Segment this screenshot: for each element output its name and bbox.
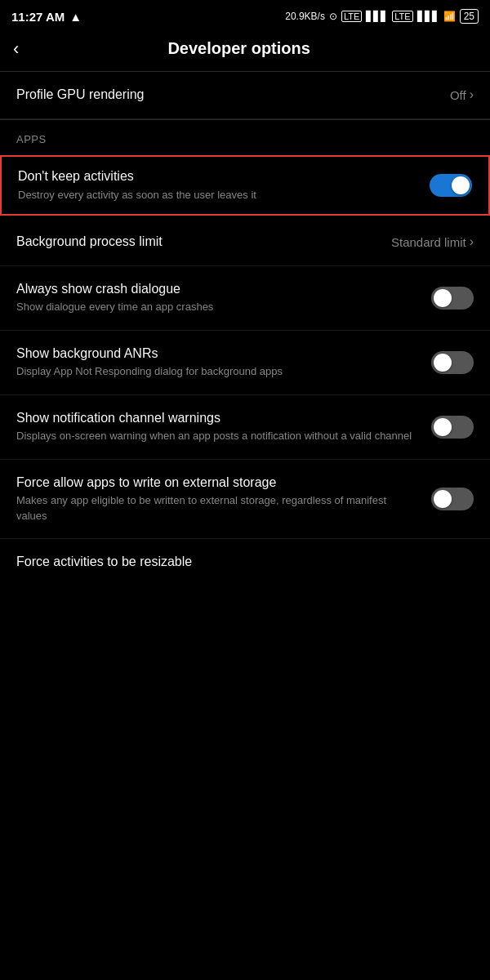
force-allow-external-storage-subtitle: Makes any app eligible to be written to … bbox=[16, 493, 418, 523]
back-button[interactable]: ‹ bbox=[13, 40, 19, 58]
profile-gpu-row[interactable]: Profile GPU rendering Off › bbox=[0, 72, 490, 119]
force-activities-resizable-title: Force activities to be resizable bbox=[16, 554, 461, 571]
profile-gpu-title: Profile GPU rendering bbox=[16, 87, 437, 104]
signal-bars-1: ▋▋▋ bbox=[366, 11, 388, 22]
header: ‹ Developer options bbox=[0, 29, 490, 71]
force-activities-resizable-text: Force activities to be resizable bbox=[16, 554, 461, 571]
page-title: Developer options bbox=[29, 39, 449, 58]
time-display: 11:27 AM bbox=[11, 10, 65, 24]
dont-keep-activities-text: Don't keep activities Destroy every acti… bbox=[18, 168, 416, 203]
profile-gpu-value: Off bbox=[450, 88, 466, 102]
profile-gpu-value-container: Off › bbox=[450, 87, 474, 102]
background-process-limit-chevron: › bbox=[470, 234, 474, 249]
battery-icon: 25 bbox=[460, 9, 479, 24]
warning-icon: ▲ bbox=[69, 10, 82, 24]
show-notification-channel-warnings-subtitle: Displays on-screen warning when an app p… bbox=[16, 429, 418, 443]
background-process-limit-title: Background process limit bbox=[16, 234, 378, 251]
toggle-thumb bbox=[434, 289, 452, 307]
background-process-limit-row[interactable]: Background process limit Standard limit … bbox=[0, 219, 490, 266]
toggle-thumb bbox=[434, 490, 452, 508]
show-notification-channel-warnings-title: Show notification channel warnings bbox=[16, 410, 418, 427]
lte-icon: LTE bbox=[341, 11, 362, 22]
force-allow-external-storage-title: Force allow apps to write on external st… bbox=[16, 474, 418, 492]
profile-gpu-chevron: › bbox=[470, 87, 474, 102]
show-notification-channel-warnings-row[interactable]: Show notification channel warnings Displ… bbox=[0, 395, 490, 460]
toggle-thumb bbox=[434, 354, 452, 372]
show-background-anrs-title: Show background ANRs bbox=[16, 345, 418, 363]
toggle-thumb bbox=[434, 418, 452, 436]
always-show-crash-text: Always show crash dialogue Show dialogue… bbox=[16, 281, 418, 315]
force-allow-external-storage-toggle[interactable] bbox=[431, 488, 474, 510]
show-background-anrs-text: Show background ANRs Display App Not Res… bbox=[16, 345, 418, 380]
show-background-anrs-subtitle: Display App Not Responding dialog for ba… bbox=[16, 364, 418, 379]
show-notification-channel-warnings-text: Show notification channel warnings Displ… bbox=[16, 410, 418, 444]
force-allow-external-storage-text: Force allow apps to write on external st… bbox=[16, 474, 418, 523]
always-show-crash-title: Always show crash dialogue bbox=[16, 281, 418, 298]
dont-keep-activities-row[interactable]: Don't keep activities Destroy every acti… bbox=[0, 155, 490, 216]
background-process-limit-value-container: Standard limit › bbox=[391, 234, 474, 249]
dont-keep-activities-subtitle: Destroy every activity as soon as the us… bbox=[18, 188, 416, 203]
always-show-crash-toggle[interactable] bbox=[431, 287, 474, 310]
network-speed: 20.9KB/s bbox=[285, 11, 325, 22]
background-process-limit-value: Standard limit bbox=[391, 235, 466, 249]
wifi-icon: 📶 bbox=[443, 11, 456, 22]
dont-keep-activities-toggle[interactable] bbox=[430, 174, 472, 197]
force-allow-external-storage-row[interactable]: Force allow apps to write on external st… bbox=[0, 460, 490, 539]
show-notification-channel-warnings-toggle[interactable] bbox=[431, 416, 474, 439]
apps-section-label: APPS bbox=[0, 120, 490, 152]
clock-icon: ⊙ bbox=[329, 11, 337, 22]
status-bar: 11:27 AM ▲ 20.9KB/s ⊙ LTE ▋▋▋ LTE ▋▋▋ 📶 … bbox=[0, 0, 490, 29]
profile-gpu-text: Profile GPU rendering bbox=[16, 87, 437, 104]
show-background-anrs-toggle[interactable] bbox=[431, 351, 474, 374]
status-right: 20.9KB/s ⊙ LTE ▋▋▋ LTE ▋▋▋ 📶 25 bbox=[285, 9, 479, 24]
lte2-icon: LTE bbox=[392, 11, 412, 22]
always-show-crash-subtitle: Show dialogue every time an app crashes bbox=[16, 300, 418, 314]
dont-keep-activities-title: Don't keep activities bbox=[18, 168, 416, 185]
show-background-anrs-row[interactable]: Show background ANRs Display App Not Res… bbox=[0, 331, 490, 395]
force-activities-resizable-row[interactable]: Force activities to be resizable bbox=[0, 539, 490, 586]
background-process-limit-text: Background process limit bbox=[16, 234, 378, 251]
always-show-crash-row[interactable]: Always show crash dialogue Show dialogue… bbox=[0, 266, 490, 331]
status-left: 11:27 AM ▲ bbox=[11, 10, 82, 24]
signal-bars-2: ▋▋▋ bbox=[417, 11, 439, 22]
toggle-thumb bbox=[452, 176, 470, 194]
